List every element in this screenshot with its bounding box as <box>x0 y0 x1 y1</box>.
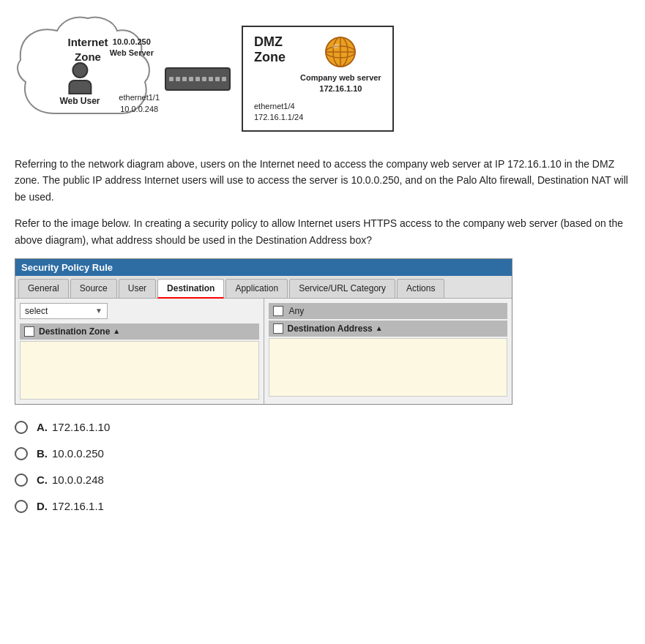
any-checkbox[interactable] <box>273 306 283 316</box>
dmz-ethernet-info: ethernet1/4172.16.1.1/24 <box>254 101 303 124</box>
firewall-device <box>165 67 231 91</box>
radio-b[interactable] <box>15 447 28 460</box>
radio-d[interactable] <box>15 500 28 513</box>
paragraph-1: Referring to the network diagram above, … <box>15 156 630 205</box>
any-row: Any <box>269 303 508 319</box>
address-sort-icon[interactable]: ▲ <box>376 324 383 332</box>
web-user: Web User <box>59 62 100 106</box>
network-diagram: InternetZone Web User 10.0.0.250 Web Ser… <box>15 15 630 143</box>
choice-b-value: 10.0.0.250 <box>52 447 104 460</box>
choice-c: C. 10.0.0.248 <box>15 473 630 487</box>
tab-source[interactable]: Source <box>70 279 117 298</box>
destination-zone-data-area <box>20 341 259 400</box>
policy-body: select ▼ Destination Zone ▲ Any Destinat… <box>15 299 512 404</box>
destination-address-label: Destination Address <box>288 323 373 334</box>
choice-c-letter: C. <box>37 473 48 486</box>
tab-general[interactable]: General <box>18 279 69 298</box>
radio-a[interactable] <box>15 421 28 434</box>
tab-service-url[interactable]: Service/URL Category <box>289 279 395 298</box>
choice-a-letter: A. <box>37 421 48 433</box>
internet-zone-label: InternetZone <box>67 35 108 64</box>
tabs-row: General Source User Destination Applicat… <box>15 276 512 299</box>
choice-d-letter: D. <box>37 500 48 512</box>
select-row: select ▼ <box>20 303 259 319</box>
destination-zone-label: Destination Zone <box>39 326 110 337</box>
destination-zone-panel: select ▼ Destination Zone ▲ <box>15 299 264 404</box>
destination-address-data-area <box>269 338 508 397</box>
zone-header-checkbox[interactable] <box>24 326 34 337</box>
web-server-info: 10.0.0.250 Web Server <box>110 37 154 59</box>
choice-b: B. 10.0.0.250 <box>15 447 630 460</box>
tab-application[interactable]: Application <box>225 279 288 298</box>
destination-zone-header: Destination Zone ▲ <box>20 323 259 340</box>
destination-address-header: Destination Address ▲ <box>269 321 508 337</box>
internet-zone: InternetZone Web User 10.0.0.250 Web Ser… <box>15 15 161 143</box>
radio-c[interactable] <box>15 473 28 487</box>
security-policy-rule: Security Policy Rule General Source User… <box>15 258 512 405</box>
dmz-zone: DMZZone Company web server172.16.1.10 et… <box>242 26 394 132</box>
globe-icon <box>323 34 358 70</box>
choice-d-value: 172.16.1.1 <box>52 500 104 512</box>
tab-actions[interactable]: Actions <box>397 279 444 298</box>
zone-sort-icon[interactable]: ▲ <box>113 327 120 335</box>
choice-c-value: 10.0.0.248 <box>52 473 104 486</box>
paragraph-2: Refer to the image below. In creating a … <box>15 215 630 248</box>
zone-select-value: select <box>25 306 48 316</box>
choice-a-value: 172.16.1.10 <box>52 421 110 433</box>
dmz-zone-label: DMZZone <box>254 34 286 66</box>
company-server-label: Company web server172.16.1.10 <box>300 72 381 95</box>
ethernet1-info: ethernet1/1 10.0.0.248 <box>119 92 160 115</box>
any-label: Any <box>289 306 305 316</box>
destination-address-panel: Any Destination Address ▲ <box>264 299 512 404</box>
address-header-checkbox[interactable] <box>273 323 283 334</box>
tab-user[interactable]: User <box>119 279 156 298</box>
select-arrow-icon: ▼ <box>95 307 102 315</box>
tab-destination[interactable]: Destination <box>157 279 224 299</box>
answer-choices: A. 172.16.1.10 B. 10.0.0.250 C. 10.0.0.2… <box>15 421 630 513</box>
choice-b-letter: B. <box>37 447 48 460</box>
firewall-icon <box>165 67 231 91</box>
policy-header-title: Security Policy Rule <box>15 259 512 276</box>
zone-select[interactable]: select ▼ <box>20 303 108 319</box>
choice-d: D. 172.16.1.1 <box>15 500 630 513</box>
choice-a: A. 172.16.1.10 <box>15 421 630 434</box>
